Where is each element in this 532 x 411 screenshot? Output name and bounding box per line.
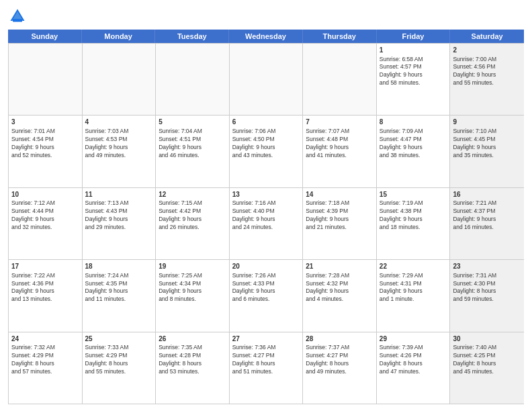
- calendar-row-4: 24Sunrise: 7:32 AM Sunset: 4:29 PM Dayli…: [9, 332, 524, 404]
- day-info: Sunrise: 7:19 AM Sunset: 4:38 PM Dayligh…: [380, 199, 447, 232]
- day-number: 16: [453, 190, 521, 199]
- calendar-cell: 8Sunrise: 7:09 AM Sunset: 4:47 PM Daylig…: [377, 116, 451, 187]
- svg-rect-2: [13, 19, 22, 21]
- header: [8, 7, 524, 26]
- calendar-cell: 23Sunrise: 7:31 AM Sunset: 4:30 PM Dayli…: [450, 260, 524, 331]
- day-number: 10: [11, 190, 79, 199]
- day-number: 8: [380, 118, 447, 127]
- day-number: 24: [11, 334, 79, 344]
- day-number: 21: [306, 262, 373, 271]
- calendar-cell: 6Sunrise: 7:06 AM Sunset: 4:50 PM Daylig…: [230, 116, 304, 187]
- day-number: 3: [11, 118, 79, 127]
- day-number: 7: [306, 118, 373, 127]
- day-info: Sunrise: 7:33 AM Sunset: 4:29 PM Dayligh…: [85, 344, 153, 376]
- calendar-cell: 21Sunrise: 7:28 AM Sunset: 4:32 PM Dayli…: [303, 260, 377, 331]
- day-info: Sunrise: 6:58 AM Sunset: 4:57 PM Dayligh…: [380, 56, 447, 88]
- day-info: Sunrise: 7:07 AM Sunset: 4:48 PM Dayligh…: [306, 128, 373, 160]
- day-info: Sunrise: 7:01 AM Sunset: 4:54 PM Dayligh…: [11, 128, 79, 160]
- header-day-thursday: Thursday: [303, 30, 377, 43]
- day-info: Sunrise: 7:13 AM Sunset: 4:43 PM Dayligh…: [85, 199, 153, 232]
- calendar-cell: 27Sunrise: 7:36 AM Sunset: 4:27 PM Dayli…: [230, 332, 304, 404]
- day-number: 26: [159, 334, 226, 344]
- day-info: Sunrise: 7:29 AM Sunset: 4:31 PM Dayligh…: [380, 272, 447, 304]
- day-info: Sunrise: 7:26 AM Sunset: 4:33 PM Dayligh…: [232, 272, 300, 304]
- day-number: 9: [453, 118, 521, 127]
- calendar-cell: 29Sunrise: 7:39 AM Sunset: 4:26 PM Dayli…: [377, 332, 451, 404]
- header-day-friday: Friday: [377, 30, 451, 43]
- header-day-wednesday: Wednesday: [229, 30, 303, 43]
- calendar-cell: 7Sunrise: 7:07 AM Sunset: 4:48 PM Daylig…: [303, 116, 377, 187]
- header-day-monday: Monday: [82, 30, 156, 43]
- day-number: 30: [453, 334, 521, 344]
- day-number: 15: [380, 190, 447, 199]
- day-number: 2: [453, 46, 521, 55]
- day-number: 29: [380, 334, 447, 344]
- calendar: SundayMondayTuesdayWednesdayThursdayFrid…: [8, 30, 524, 404]
- calendar-cell: [230, 44, 304, 115]
- calendar-cell: 19Sunrise: 7:25 AM Sunset: 4:34 PM Dayli…: [156, 260, 230, 331]
- calendar-cell: 1Sunrise: 6:58 AM Sunset: 4:57 PM Daylig…: [377, 44, 451, 115]
- header-day-sunday: Sunday: [8, 30, 82, 43]
- day-info: Sunrise: 7:39 AM Sunset: 4:26 PM Dayligh…: [380, 344, 447, 376]
- logo-icon: [8, 7, 27, 26]
- day-info: Sunrise: 7:40 AM Sunset: 4:25 PM Dayligh…: [453, 344, 521, 376]
- calendar-cell: 18Sunrise: 7:24 AM Sunset: 4:35 PM Dayli…: [83, 260, 157, 331]
- calendar-cell: 20Sunrise: 7:26 AM Sunset: 4:33 PM Dayli…: [230, 260, 304, 331]
- day-info: Sunrise: 7:03 AM Sunset: 4:53 PM Dayligh…: [85, 128, 153, 160]
- day-info: Sunrise: 7:24 AM Sunset: 4:35 PM Dayligh…: [85, 272, 153, 304]
- calendar-cell: 24Sunrise: 7:32 AM Sunset: 4:29 PM Dayli…: [9, 332, 83, 404]
- day-info: Sunrise: 7:12 AM Sunset: 4:44 PM Dayligh…: [11, 199, 79, 232]
- day-info: Sunrise: 7:06 AM Sunset: 4:50 PM Dayligh…: [232, 128, 300, 160]
- calendar-cell: 17Sunrise: 7:22 AM Sunset: 4:36 PM Dayli…: [9, 260, 83, 331]
- day-info: Sunrise: 7:28 AM Sunset: 4:32 PM Dayligh…: [306, 272, 373, 304]
- calendar-cell: 16Sunrise: 7:21 AM Sunset: 4:37 PM Dayli…: [450, 188, 524, 259]
- calendar-cell: 14Sunrise: 7:18 AM Sunset: 4:39 PM Dayli…: [303, 188, 377, 259]
- calendar-cell: 10Sunrise: 7:12 AM Sunset: 4:44 PM Dayli…: [9, 188, 83, 259]
- calendar-cell: 22Sunrise: 7:29 AM Sunset: 4:31 PM Dayli…: [377, 260, 451, 331]
- day-number: 1: [380, 46, 447, 55]
- calendar-cell: 30Sunrise: 7:40 AM Sunset: 4:25 PM Dayli…: [450, 332, 524, 404]
- header-day-saturday: Saturday: [450, 30, 524, 43]
- day-info: Sunrise: 7:32 AM Sunset: 4:29 PM Dayligh…: [11, 344, 79, 376]
- day-info: Sunrise: 7:31 AM Sunset: 4:30 PM Dayligh…: [453, 272, 521, 304]
- calendar-cell: 13Sunrise: 7:16 AM Sunset: 4:40 PM Dayli…: [230, 188, 304, 259]
- calendar-row-1: 3Sunrise: 7:01 AM Sunset: 4:54 PM Daylig…: [9, 115, 524, 187]
- calendar-cell: 4Sunrise: 7:03 AM Sunset: 4:53 PM Daylig…: [83, 116, 157, 187]
- day-number: 4: [85, 118, 153, 127]
- day-info: Sunrise: 7:37 AM Sunset: 4:27 PM Dayligh…: [306, 344, 373, 376]
- calendar-row-0: 1Sunrise: 6:58 AM Sunset: 4:57 PM Daylig…: [9, 43, 524, 115]
- calendar-row-2: 10Sunrise: 7:12 AM Sunset: 4:44 PM Dayli…: [9, 187, 524, 259]
- day-number: 11: [85, 190, 153, 199]
- calendar-header: SundayMondayTuesdayWednesdayThursdayFrid…: [8, 30, 524, 43]
- day-info: Sunrise: 7:18 AM Sunset: 4:39 PM Dayligh…: [306, 199, 373, 232]
- calendar-cell: 2Sunrise: 7:00 AM Sunset: 4:56 PM Daylig…: [450, 44, 524, 115]
- day-info: Sunrise: 7:36 AM Sunset: 4:27 PM Dayligh…: [232, 344, 300, 376]
- day-number: 6: [232, 118, 300, 127]
- day-info: Sunrise: 7:21 AM Sunset: 4:37 PM Dayligh…: [453, 199, 521, 232]
- calendar-cell: [83, 44, 157, 115]
- day-info: Sunrise: 7:22 AM Sunset: 4:36 PM Dayligh…: [11, 272, 79, 304]
- calendar-cell: 25Sunrise: 7:33 AM Sunset: 4:29 PM Dayli…: [83, 332, 157, 404]
- day-number: 19: [159, 262, 226, 271]
- day-info: Sunrise: 7:25 AM Sunset: 4:34 PM Dayligh…: [159, 272, 226, 304]
- day-number: 17: [11, 262, 79, 271]
- header-day-tuesday: Tuesday: [155, 30, 229, 43]
- calendar-cell: 12Sunrise: 7:15 AM Sunset: 4:42 PM Dayli…: [156, 188, 230, 259]
- day-number: 20: [232, 262, 300, 271]
- day-number: 27: [232, 334, 300, 344]
- day-info: Sunrise: 7:00 AM Sunset: 4:56 PM Dayligh…: [453, 56, 521, 88]
- day-number: 18: [85, 262, 153, 271]
- day-number: 12: [159, 190, 226, 199]
- day-info: Sunrise: 7:35 AM Sunset: 4:28 PM Dayligh…: [159, 344, 226, 376]
- calendar-body: 1Sunrise: 6:58 AM Sunset: 4:57 PM Daylig…: [8, 43, 524, 404]
- day-info: Sunrise: 7:10 AM Sunset: 4:45 PM Dayligh…: [453, 128, 521, 160]
- day-info: Sunrise: 7:04 AM Sunset: 4:51 PM Dayligh…: [159, 128, 226, 160]
- calendar-cell: 26Sunrise: 7:35 AM Sunset: 4:28 PM Dayli…: [156, 332, 230, 404]
- calendar-cell: 9Sunrise: 7:10 AM Sunset: 4:45 PM Daylig…: [450, 116, 524, 187]
- calendar-cell: 11Sunrise: 7:13 AM Sunset: 4:43 PM Dayli…: [83, 188, 157, 259]
- day-number: 5: [159, 118, 226, 127]
- day-number: 23: [453, 262, 521, 271]
- day-number: 25: [85, 334, 153, 344]
- calendar-cell: [9, 44, 83, 115]
- page: SundayMondayTuesdayWednesdayThursdayFrid…: [0, 0, 532, 411]
